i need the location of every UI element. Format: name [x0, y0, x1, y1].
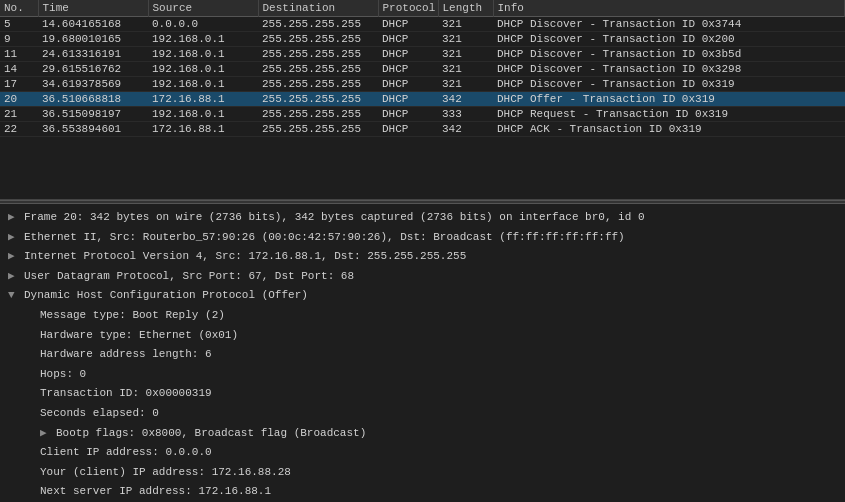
dhcp-field-item: Hardware address length: 6: [40, 345, 837, 365]
table-cell: 321: [438, 62, 493, 77]
table-cell: 255.255.255.255: [258, 92, 378, 107]
table-cell: 255.255.255.255: [258, 32, 378, 47]
table-cell: DHCP: [378, 17, 438, 32]
udp-expander[interactable]: ▶: [8, 268, 24, 286]
table-cell: 255.255.255.255: [258, 62, 378, 77]
table-row[interactable]: 514.6041651680.0.0.0255.255.255.255DHCP3…: [0, 17, 845, 32]
table-cell: 192.168.0.1: [148, 32, 258, 47]
table-row[interactable]: 2236.553894601172.16.88.1255.255.255.255…: [0, 122, 845, 137]
table-cell: DHCP: [378, 122, 438, 137]
dhcp-field-item: ▶Bootp flags: 0x8000, Broadcast flag (Br…: [40, 424, 837, 444]
table-row[interactable]: 1734.619378569192.168.0.1255.255.255.255…: [0, 77, 845, 92]
table-cell: 321: [438, 77, 493, 92]
table-cell: 342: [438, 122, 493, 137]
table-cell: 34.619378569: [38, 77, 148, 92]
frame-item[interactable]: ▶ Frame 20: 342 bytes on wire (2736 bits…: [8, 208, 837, 228]
table-cell: DHCP Discover - Transaction ID 0x3744: [493, 17, 845, 32]
table-cell: 36.515098197: [38, 107, 148, 122]
table-cell: 255.255.255.255: [258, 17, 378, 32]
table-cell: 36.510668818: [38, 92, 148, 107]
table-cell: DHCP: [378, 62, 438, 77]
table-cell: 21: [0, 107, 38, 122]
ethernet-label: Ethernet II, Src: Routerbo_57:90:26 (00:…: [24, 229, 625, 247]
table-cell: 20: [0, 92, 38, 107]
table-cell: 172.16.88.1: [148, 92, 258, 107]
table-cell: 22: [0, 122, 38, 137]
table-row[interactable]: 2136.515098197192.168.0.1255.255.255.255…: [0, 107, 845, 122]
table-cell: 14: [0, 62, 38, 77]
table-cell: DHCP Discover - Transaction ID 0x3298: [493, 62, 845, 77]
dhcp-field-item: Hops: 0: [40, 365, 837, 385]
packet-table: No. Time Source Destination Protocol Len…: [0, 0, 845, 137]
table-header-row: No. Time Source Destination Protocol Len…: [0, 0, 845, 17]
dhcp-field-item: Message type: Boot Reply (2): [40, 306, 837, 326]
col-destination: Destination: [258, 0, 378, 17]
table-cell: 321: [438, 17, 493, 32]
udp-label: User Datagram Protocol, Src Port: 67, Ds…: [24, 268, 354, 286]
col-length: Length: [438, 0, 493, 17]
udp-item[interactable]: ▶ User Datagram Protocol, Src Port: 67, …: [8, 267, 837, 287]
col-protocol: Protocol: [378, 0, 438, 17]
table-cell: 255.255.255.255: [258, 122, 378, 137]
table-cell: 255.255.255.255: [258, 107, 378, 122]
dhcp-field-item: Next server IP address: 172.16.88.1: [40, 482, 837, 502]
table-cell: 192.168.0.1: [148, 62, 258, 77]
table-cell: 14.604165168: [38, 17, 148, 32]
dhcp-label: Dynamic Host Configuration Protocol (Off…: [24, 287, 308, 305]
table-cell: 9: [0, 32, 38, 47]
dhcp-field-item: Transaction ID: 0x00000319: [40, 384, 837, 404]
table-cell: DHCP: [378, 32, 438, 47]
table-cell: 192.168.0.1: [148, 47, 258, 62]
table-cell: DHCP: [378, 47, 438, 62]
packet-table-container[interactable]: No. Time Source Destination Protocol Len…: [0, 0, 845, 200]
table-row[interactable]: 2036.510668818172.16.88.1255.255.255.255…: [0, 92, 845, 107]
col-info: Info: [493, 0, 845, 17]
dhcp-expander[interactable]: ▼: [8, 287, 24, 305]
table-cell: DHCP: [378, 92, 438, 107]
table-cell: 11: [0, 47, 38, 62]
ethernet-item[interactable]: ▶ Ethernet II, Src: Routerbo_57:90:26 (0…: [8, 228, 837, 248]
ethernet-expander[interactable]: ▶: [8, 229, 24, 247]
table-cell: 333: [438, 107, 493, 122]
packet-table-body: 514.6041651680.0.0.0255.255.255.255DHCP3…: [0, 17, 845, 137]
col-time: Time: [38, 0, 148, 17]
table-cell: 17: [0, 77, 38, 92]
table-cell: DHCP: [378, 107, 438, 122]
table-cell: DHCP Offer - Transaction ID 0x319: [493, 92, 845, 107]
table-cell: 29.615516762: [38, 62, 148, 77]
table-cell: 19.680010165: [38, 32, 148, 47]
dhcp-item[interactable]: ▼ Dynamic Host Configuration Protocol (O…: [8, 286, 837, 306]
table-cell: 0.0.0.0: [148, 17, 258, 32]
table-cell: 172.16.88.1: [148, 122, 258, 137]
table-cell: 192.168.0.1: [148, 107, 258, 122]
bootp-label: Bootp flags: 0x8000, Broadcast flag (Bro…: [56, 425, 366, 443]
detail-panel: ▶ Frame 20: 342 bytes on wire (2736 bits…: [0, 204, 845, 502]
table-cell: 255.255.255.255: [258, 77, 378, 92]
ip-label: Internet Protocol Version 4, Src: 172.16…: [24, 248, 466, 266]
dhcp-field-item: Seconds elapsed: 0: [40, 404, 837, 424]
table-row[interactable]: 1429.615516762192.168.0.1255.255.255.255…: [0, 62, 845, 77]
frame-expander[interactable]: ▶: [8, 209, 24, 227]
table-row[interactable]: 1124.613316191192.168.0.1255.255.255.255…: [0, 47, 845, 62]
table-cell: DHCP: [378, 77, 438, 92]
dhcp-fields: Message type: Boot Reply (2)Hardware typ…: [8, 306, 837, 502]
table-cell: 342: [438, 92, 493, 107]
table-cell: 36.553894601: [38, 122, 148, 137]
dhcp-field-item: Your (client) IP address: 172.16.88.28: [40, 463, 837, 483]
table-cell: DHCP Discover - Transaction ID 0x319: [493, 77, 845, 92]
table-cell: 192.168.0.1: [148, 77, 258, 92]
bootp-expander[interactable]: ▶: [40, 425, 56, 443]
ip-item[interactable]: ▶ Internet Protocol Version 4, Src: 172.…: [8, 247, 837, 267]
table-cell: 255.255.255.255: [258, 47, 378, 62]
table-cell: 321: [438, 32, 493, 47]
table-cell: DHCP Discover - Transaction ID 0x200: [493, 32, 845, 47]
table-cell: 321: [438, 47, 493, 62]
frame-label: Frame 20: 342 bytes on wire (2736 bits),…: [24, 209, 645, 227]
table-cell: 24.613316191: [38, 47, 148, 62]
table-row[interactable]: 919.680010165192.168.0.1255.255.255.255D…: [0, 32, 845, 47]
table-cell: DHCP Discover - Transaction ID 0x3b5d: [493, 47, 845, 62]
col-no: No.: [0, 0, 38, 17]
ip-expander[interactable]: ▶: [8, 248, 24, 266]
table-cell: DHCP Request - Transaction ID 0x319: [493, 107, 845, 122]
table-cell: DHCP ACK - Transaction ID 0x319: [493, 122, 845, 137]
